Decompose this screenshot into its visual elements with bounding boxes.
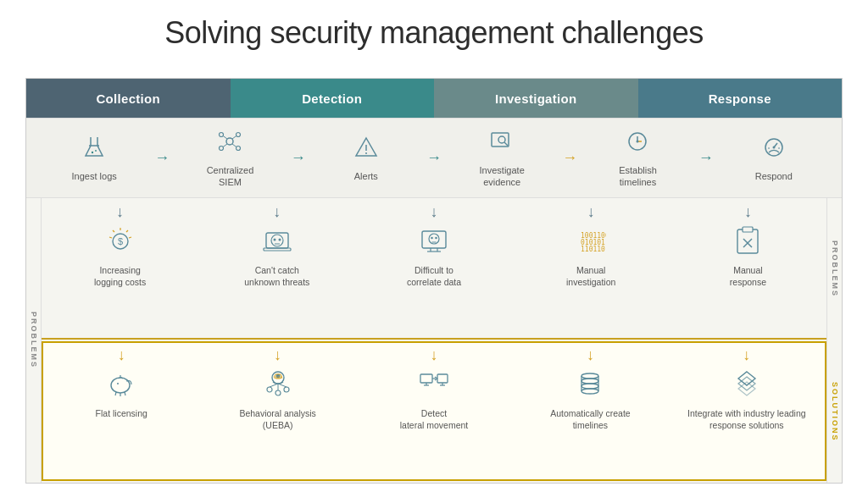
problems-label-left: PROBLEMS: [28, 307, 40, 373]
warning-icon: [353, 134, 380, 167]
stacked-cylinders-icon: [575, 368, 605, 404]
svg-rect-33: [266, 233, 288, 248]
svg-line-10: [224, 144, 228, 147]
svg-line-65: [270, 384, 278, 387]
solution-lateral-label: Detectlateral movement: [400, 407, 469, 431]
diamond-layers-icon: [732, 368, 762, 404]
bottom-section: PROBLEMS ↓ $: [26, 198, 842, 483]
svg-point-64: [284, 387, 289, 392]
svg-line-11: [232, 144, 236, 147]
process-ingest: Ingest logs: [35, 134, 153, 182]
header-response: Response: [638, 79, 843, 118]
problems-side-label-left: PROBLEMS: [26, 198, 42, 483]
monitor-arrow-icon: [419, 368, 449, 404]
svg-point-63: [275, 390, 281, 395]
laptop-skull-icon: [262, 224, 292, 261]
svg-text:1101101: 1101101: [581, 246, 606, 253]
arrow-5: →: [698, 149, 715, 167]
sol-arrow-2: ↓: [274, 346, 281, 364]
solutions-label-right: SOLUTIONS: [829, 377, 841, 447]
svg-point-43: [431, 237, 433, 240]
svg-point-36: [273, 239, 275, 241]
problem-unknown-threats-label: Can't catchunknown threats: [244, 264, 309, 288]
process-investigate-label: Investigateevidence: [480, 164, 525, 189]
process-row: Ingest logs → CentralizedSIEM: [26, 118, 842, 198]
arrow-1: →: [153, 149, 170, 167]
main-content-area: ↓ $ Increasinglogging c: [42, 198, 826, 483]
solution-ueba: ↓ UEBA: [199, 343, 355, 479]
main-title-container: Solving security management challenges: [25, 15, 843, 66]
gauge-icon: [760, 134, 787, 167]
problem-manual-resp-label: Manualresponse: [730, 264, 766, 288]
svg-point-2: [95, 150, 97, 152]
solutions-section: ↓: [42, 341, 826, 481]
svg-point-44: [435, 237, 437, 240]
problem-unknown-threats: ↓ Can't catchunknown threats: [198, 198, 355, 338]
svg-point-13: [365, 152, 367, 154]
svg-line-31: [113, 230, 114, 232]
svg-point-6: [220, 146, 224, 150]
process-respond-label: Respond: [755, 170, 793, 182]
svg-line-67: [278, 384, 287, 387]
sol-arrow-4: ↓: [587, 346, 594, 364]
problem-manual-resp: ↓ Manualresponse: [670, 198, 826, 338]
svg-rect-48: [737, 229, 758, 253]
arrow-down-3: ↓: [431, 203, 438, 221]
arrow-2: →: [290, 149, 307, 167]
main-title: Solving security management challenges: [25, 15, 843, 51]
problems-side-label-right: PROBLEMS: [829, 198, 841, 340]
clock-icon: [624, 128, 651, 161]
network-icon: [216, 128, 243, 161]
header-row: Collection Detection Investigation Respo…: [26, 79, 842, 118]
svg-point-83: [581, 384, 598, 389]
svg-point-5: [236, 132, 241, 136]
problems-row: ↓ $ Increasinglogging c: [42, 198, 826, 340]
solution-lateral: ↓: [356, 343, 512, 479]
process-timelines: Establishtimelines: [578, 128, 697, 189]
svg-point-53: [117, 383, 119, 384]
arrow-down-1: ↓: [116, 203, 124, 221]
solution-industry-label: Integrate with industry leadingresponse …: [687, 407, 806, 431]
arrow-down-5: ↓: [744, 203, 752, 221]
process-alerts-label: Alerts: [354, 170, 378, 182]
svg-line-54: [115, 392, 116, 395]
svg-point-1: [92, 152, 93, 153]
svg-point-20: [637, 140, 639, 142]
svg-marker-88: [738, 377, 755, 390]
svg-line-16: [504, 142, 508, 146]
svg-point-15: [498, 136, 505, 143]
solutions-side-label-right: SOLUTIONS: [829, 340, 841, 483]
process-alerts: Alerts: [307, 134, 426, 182]
solution-industry-resp: ↓ Integrate with industry leadingrespons…: [669, 343, 825, 479]
solutions-inner: ↓: [42, 341, 826, 481]
sol-arrow-5: ↓: [743, 346, 750, 364]
svg-point-80: [581, 379, 598, 384]
ueba-icon: UEBA: [263, 368, 293, 404]
svg-point-23: [772, 146, 775, 148]
problem-logging-label: Increasinglogging costs: [94, 264, 146, 288]
svg-point-37: [278, 239, 281, 241]
problem-manual-inv: ↓ 1001100 0101011 1101101 Manualinvestig…: [513, 198, 670, 338]
right-labels: PROBLEMS SOLUTIONS: [826, 198, 842, 483]
money-sun-icon: $: [105, 224, 136, 261]
svg-line-30: [129, 237, 131, 238]
svg-point-3: [226, 138, 233, 145]
diagram-container: Collection Detection Investigation Respo…: [25, 78, 843, 484]
svg-rect-74: [437, 374, 448, 383]
header-collection: Collection: [26, 79, 231, 118]
solution-auto-timelines-label: Automatically createtimelines: [550, 407, 631, 431]
arrow-4: →: [561, 149, 578, 167]
process-timelines-label: Establishtimelines: [619, 164, 657, 189]
svg-point-4: [220, 132, 224, 136]
clipboard-x-icon: [734, 224, 761, 261]
header-detection: Detection: [231, 79, 435, 118]
svg-rect-34: [264, 248, 291, 251]
svg-line-8: [224, 135, 228, 139]
header-investigation: Investigation: [434, 79, 638, 118]
svg-point-77: [581, 373, 598, 379]
svg-point-35: [271, 235, 283, 246]
svg-line-56: [125, 392, 125, 395]
problem-correlate: ↓ Diffi: [355, 198, 512, 338]
svg-point-52: [111, 378, 130, 393]
solution-flat-licensing: ↓: [43, 343, 199, 479]
